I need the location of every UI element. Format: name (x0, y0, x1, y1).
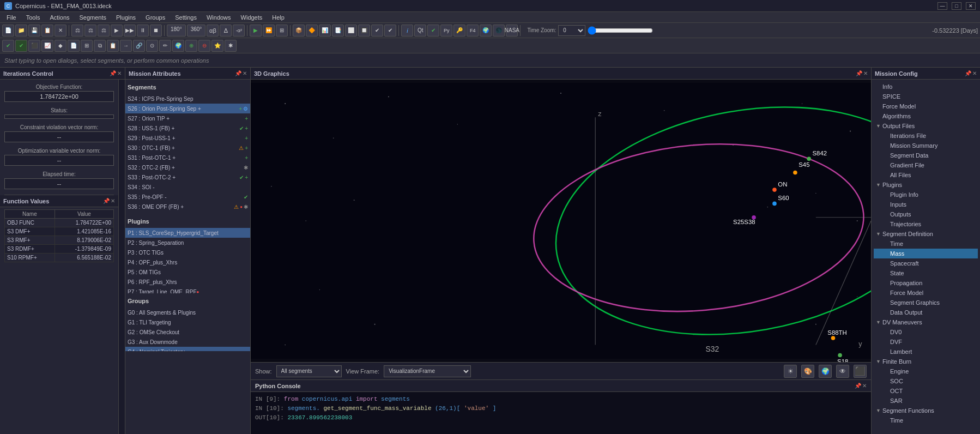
segment-item[interactable]: S27 : Orion TIP ++ (125, 113, 250, 123)
plugin-item[interactable]: P7 : Target_Line_OME_RPF● (125, 287, 250, 293)
func-pin-btn[interactable]: 📌 (103, 198, 110, 204)
tree-item[interactable]: SPICE (874, 92, 978, 101)
add-btn[interactable]: ⊕ (185, 40, 197, 52)
group-item[interactable]: G1 : TLI Targeting (125, 317, 250, 327)
asterisk-btn[interactable]: ✱ (225, 40, 237, 52)
menu-file[interactable]: File (2, 13, 21, 22)
tree-item[interactable]: ▼Output Files (874, 121, 978, 131)
num-btn[interactable]: F4 (467, 25, 479, 37)
segment-item[interactable]: S29 : Post-USS-1 ++ (125, 133, 250, 143)
check-btn[interactable]: ✔ (427, 25, 439, 37)
func-close-btn[interactable]: ✕ (111, 198, 115, 204)
tool8[interactable]: ✔ (384, 25, 396, 37)
check2-btn[interactable]: ✔ (2, 40, 14, 52)
nasa-btn[interactable]: NASA (506, 25, 518, 37)
time-zoom-select[interactable]: 0 (558, 25, 585, 36)
arrow-btn[interactable]: → (120, 40, 132, 52)
save-btn[interactable]: 💾 (28, 25, 40, 37)
tool3[interactable]: 📊 (319, 25, 331, 37)
edit-btn[interactable]: ✏ (159, 40, 171, 52)
view-frame-select[interactable]: VisualizationFrame (384, 365, 471, 377)
time-zoom-slider[interactable] (588, 26, 653, 35)
iter-pin-btn[interactable]: 📌 (110, 70, 116, 76)
tree-item[interactable]: All Files (874, 170, 978, 180)
tree-item[interactable]: Segment Graphics (874, 298, 978, 308)
attr-pin-btn[interactable]: 📌 (235, 70, 241, 76)
segment-item[interactable]: S30 : OTC-1 (FB) +⚠+ (125, 143, 250, 153)
graphics-camera-btn[interactable]: 👁 (836, 365, 849, 378)
group-item[interactable]: G0 : All Segments & Plugins (125, 308, 250, 317)
graphics-sun-btn[interactable]: ☀ (784, 365, 797, 378)
grid2-btn[interactable]: ⊞ (81, 40, 93, 52)
tool5[interactable]: ⬜ (345, 25, 357, 37)
earth2-btn[interactable]: 🌍 (172, 40, 184, 52)
group-item[interactable]: G3 : Aux Downmode (125, 337, 250, 347)
run4-btn[interactable]: ⏹ (150, 25, 162, 37)
segment-item[interactable]: S26 : Orion Post-Spring Sep ++⚙ (125, 104, 250, 113)
tree-item[interactable]: Force Model (874, 101, 978, 111)
tree-item[interactable]: ▼DV Maneuvers (874, 317, 978, 327)
graphics-color-btn[interactable]: 🎨 (801, 365, 814, 378)
new-btn[interactable]: 📄 (2, 25, 14, 37)
tree-item[interactable]: Plugin Info (874, 190, 978, 200)
segment-item[interactable]: S35 : Pre-OPF -✔ (125, 192, 250, 202)
menu-tools[interactable]: Tools (22, 13, 45, 22)
console-close-btn[interactable]: ✕ (862, 383, 867, 389)
alpha2-btn[interactable]: -α² (233, 25, 245, 37)
iter-close-btn[interactable]: ✕ (117, 70, 122, 76)
file2-btn[interactable]: 📄 (68, 40, 80, 52)
info-btn[interactable]: i (401, 25, 413, 37)
tree-item[interactable]: Time (874, 239, 978, 249)
earth-btn[interactable]: 🌍 (480, 25, 492, 37)
tree-item[interactable]: Data Output (874, 308, 978, 317)
copy-btn[interactable]: ⧉ (94, 40, 106, 52)
tree-item[interactable]: Force Model (874, 288, 978, 298)
paste-btn[interactable]: 📋 (107, 40, 119, 52)
show-select[interactable]: All segments (276, 365, 342, 377)
tree-item[interactable]: Inputs (874, 200, 978, 209)
tree-item[interactable]: Algorithms (874, 111, 978, 121)
scale2-btn[interactable]: ⚖ (84, 25, 96, 37)
tree-item[interactable]: ▼Segment Functions (874, 406, 978, 415)
deg2-btn[interactable]: 360° (187, 25, 206, 37)
tool2[interactable]: 🔶 (306, 25, 318, 37)
run3-btn[interactable]: ⏸ (137, 25, 149, 37)
tree-item[interactable]: State (874, 268, 978, 278)
graphics-globe-btn[interactable]: 🌍 (819, 365, 832, 378)
menu-groups[interactable]: Groups (141, 13, 170, 22)
graphics-pin-btn[interactable]: 📌 (856, 70, 862, 76)
config-pin-btn[interactable]: 📌 (965, 70, 971, 76)
tree-item[interactable]: Spacecraft (874, 258, 978, 268)
config-close-btn[interactable]: ✕ (972, 70, 977, 76)
deg-btn[interactable]: 180° (167, 25, 186, 37)
plugin-item[interactable]: P3 : OTC TIGs (125, 248, 250, 257)
tree-item[interactable]: Engine (874, 366, 978, 376)
delta-btn[interactable]: Δ (220, 25, 232, 37)
menu-settings[interactable]: Settings (171, 13, 201, 22)
tool7[interactable]: ✔ (371, 25, 383, 37)
segment-item[interactable]: S34 : SOI - (125, 182, 250, 192)
tree-item[interactable]: ▼Segment Definition (874, 229, 978, 239)
maximize-button[interactable]: □ (952, 2, 961, 10)
tree-item[interactable]: Mission Summary (874, 141, 978, 150)
console-pin-btn[interactable]: 📌 (855, 383, 861, 389)
menu-widgets[interactable]: Widgets (237, 13, 267, 22)
alpha-btn[interactable]: αβ (207, 25, 219, 37)
close-btn[interactable]: ✕ (55, 25, 66, 37)
menu-segments[interactable]: Segments (75, 13, 111, 22)
plugin-item[interactable]: P4 : OPF_plus_Xhrs (125, 257, 250, 267)
tree-item[interactable]: SOC (874, 376, 978, 386)
segment-item[interactable]: S32 : OTC-2 (FB) +✱ (125, 162, 250, 172)
iter-scrollbar[interactable] (118, 80, 125, 434)
segment-item[interactable]: S31 : Post-OTC-1 ++ (125, 153, 250, 162)
group-item[interactable]: G4 : Nominal Trajectory (125, 347, 250, 351)
plugin-item[interactable]: P6 : RPF_plus_Xhrs (125, 277, 250, 287)
moon-btn[interactable]: 🌑 (493, 25, 505, 37)
circle-btn[interactable]: ⊙ (146, 40, 158, 52)
tree-item[interactable]: ▼Finite Burn (874, 357, 978, 366)
qt-btn[interactable]: Qt (414, 25, 426, 37)
group-item[interactable]: G2 : OMSe Checkout (125, 327, 250, 337)
key-btn[interactable]: 🔑 (453, 25, 465, 37)
tree-item[interactable]: Trajectories (874, 219, 978, 229)
tree-item[interactable]: DV0 (874, 327, 978, 337)
